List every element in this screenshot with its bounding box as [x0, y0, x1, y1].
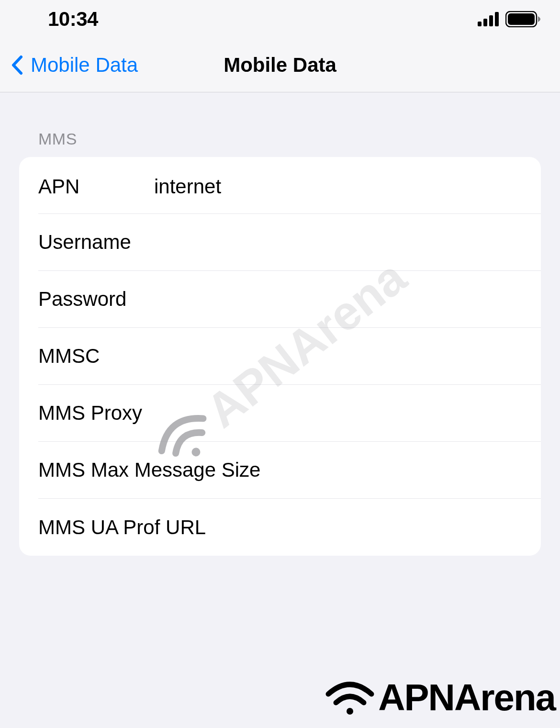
mms-proxy-field[interactable]: [154, 402, 541, 425]
settings-row-mms-proxy[interactable]: MMS Proxy: [19, 385, 541, 442]
mms-max-size-field[interactable]: [261, 459, 541, 482]
password-field[interactable]: [154, 288, 541, 311]
svg-rect-5: [508, 13, 535, 25]
settings-row-username[interactable]: Username: [19, 214, 541, 271]
svg-point-7: [347, 708, 353, 715]
row-label: MMS Proxy: [38, 402, 153, 425]
settings-row-mms-max-size[interactable]: MMS Max Message Size: [19, 442, 541, 499]
battery-icon: [505, 11, 541, 27]
row-label: APN: [38, 175, 153, 198]
brand-text: APNArena: [378, 676, 555, 719]
chevron-left-icon: [10, 55, 25, 75]
row-label: MMSC: [38, 345, 153, 368]
svg-rect-1: [483, 19, 487, 26]
svg-rect-2: [489, 15, 493, 26]
apn-field[interactable]: [154, 175, 541, 198]
settings-row-apn[interactable]: APN: [19, 157, 541, 214]
username-field[interactable]: [154, 231, 541, 254]
svg-rect-3: [495, 12, 499, 26]
settings-card: APN Username Password MMSC MMS Proxy MMS: [19, 157, 541, 556]
wifi-icon: [325, 679, 375, 717]
settings-row-mmsc[interactable]: MMSC: [19, 328, 541, 385]
mms-ua-prof-field[interactable]: [207, 516, 541, 539]
row-label: Password: [38, 288, 153, 311]
back-button[interactable]: Mobile Data: [0, 54, 138, 77]
status-right: [478, 11, 541, 27]
status-time: 10:34: [48, 8, 98, 31]
nav-title: Mobile Data: [224, 54, 336, 77]
mmsc-field[interactable]: [154, 345, 541, 368]
settings-row-mms-ua-prof[interactable]: MMS UA Prof URL: [19, 499, 541, 556]
row-label: Username: [38, 231, 153, 254]
brand: APNArena: [325, 676, 555, 719]
section-header-mms: MMS: [0, 92, 560, 157]
row-label: MMS UA Prof URL: [38, 516, 206, 539]
row-label: MMS Max Message Size: [38, 459, 260, 482]
svg-rect-0: [478, 22, 482, 26]
nav-bar: Mobile Data Mobile Data: [0, 38, 560, 92]
back-label: Mobile Data: [31, 54, 138, 77]
settings-row-password[interactable]: Password: [19, 271, 541, 328]
cellular-signal-icon: [478, 12, 500, 26]
status-bar: 10:34: [0, 0, 560, 38]
